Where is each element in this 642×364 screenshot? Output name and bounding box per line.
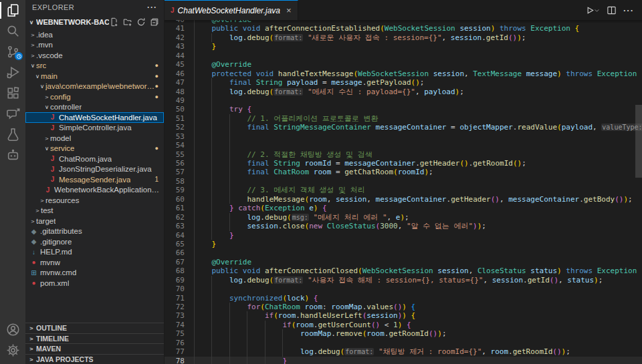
code-line-73[interactable]: 73if(room.handleUserLeft(session)) { (165, 311, 642, 320)
activity-accounts-icon[interactable] (0, 319, 25, 340)
panel-outline[interactable]: >OUTLINE (25, 323, 164, 333)
code-line-68[interactable]: 68public void afterConnectionClosed(WebS… (165, 266, 642, 275)
run-java-button[interactable] (584, 5, 600, 15)
code-line-66[interactable]: 66 (165, 248, 642, 257)
code-line-60[interactable]: 60handleMessage(room, session, messageCo… (165, 195, 642, 204)
code-line-44[interactable]: 44 (165, 51, 642, 60)
tree-item-simplecontroller-java[interactable]: JSimpleController.java (25, 123, 164, 134)
collapse-all-icon[interactable] (149, 17, 160, 27)
code-line-62[interactable]: 62log.debug(msg: "메세지 처리 에러 ", e); (165, 213, 642, 222)
tree-item-java-com-example-webnetwork-b[interactable]: ∨java\com\example\webnetwork_b...● (25, 81, 164, 92)
tree-item-chatwebsockethandler-java[interactable]: JChatWebSocketHandler.java (25, 112, 164, 123)
code-line-42[interactable]: 42log.debug(format: "새로운 사용자 접속 : sessio… (165, 33, 642, 42)
tree-item-messagesender-java[interactable]: JMessageSender.java1 (25, 174, 164, 185)
tree-item-model[interactable]: >model (25, 133, 164, 144)
tree-item-help-md[interactable]: ↓HELP.md (25, 247, 164, 258)
code-area[interactable]: 40@Override41public void afterConnection… (165, 20, 642, 364)
activity-run-debug-icon[interactable] (0, 62, 25, 83)
code-line-69[interactable]: 69log.debug(format: "사용자 접속 해제 : session… (165, 276, 642, 285)
code-line-41[interactable]: 41public void afterConnectionEstablished… (165, 24, 642, 33)
tree-item-gitattributes[interactable]: ◆.gitattributes (25, 226, 164, 237)
more-actions-icon[interactable]: ··· (147, 3, 157, 12)
code-line-63[interactable]: 63session.close(new CloseStatus(3000, "알… (165, 222, 642, 230)
tree-item-src[interactable]: ∨src● (25, 61, 164, 71)
code-line-58[interactable]: 58 (165, 177, 642, 186)
project-root-row[interactable]: ∨ WEBNETWORK-BACK (25, 15, 164, 29)
code-line-67[interactable]: 67@Override (165, 258, 642, 266)
tree-item-label: .gitattributes (40, 227, 82, 235)
code-line-76[interactable]: 76 (165, 339, 642, 347)
new-folder-icon[interactable] (122, 17, 133, 27)
code-line-78[interactable]: 78} (165, 357, 642, 364)
code-line-43[interactable]: 43} (165, 42, 642, 51)
more-actions-icon[interactable]: ··· (623, 5, 634, 15)
line-content: } (185, 42, 642, 51)
line-content: log.debug(format: "채팅방 제거 : roomId={}", … (185, 347, 642, 356)
panel-maven[interactable]: >MAVEN (25, 343, 164, 354)
tree-item-service[interactable]: ∨service● (25, 144, 164, 154)
close-icon[interactable]: × (286, 5, 292, 15)
tree-item-webnetworkbackapplication-java[interactable]: JWebnetworkBackApplication.java (25, 185, 164, 196)
tree-item-chatroom-java[interactable]: JChatRoom.java (25, 154, 164, 164)
code-line-55[interactable]: 55// 2. 적절한 채팅방 생성 및 검색 (165, 150, 642, 159)
code-line-53[interactable]: 53 (165, 132, 642, 141)
code-line-65[interactable]: 65} (165, 240, 642, 248)
code-line-51[interactable]: 51// 1. 어플리케이션 프로토콜로 변환 (165, 114, 642, 123)
tree-item-mvnw[interactable]: ●mvnw (25, 257, 164, 268)
line-content (185, 96, 642, 105)
code-line-70[interactable]: 70 (165, 285, 642, 293)
tree-item-resources[interactable]: >resources (25, 195, 164, 206)
tree-item-mvn[interactable]: >.mvn (25, 40, 164, 51)
activity-search-icon[interactable] (0, 21, 25, 41)
code-line-61[interactable]: 61} catch(Exception e) { (165, 204, 642, 212)
tree-item-test[interactable]: >test (25, 206, 164, 216)
tree-item-pom-xml[interactable]: ●pom.xml (25, 278, 164, 289)
tree-item-gitignore[interactable]: ◆.gitignore (25, 236, 164, 247)
git-modified-dot: ● (155, 83, 160, 89)
tree-item-vscode[interactable]: >.vscode (25, 50, 164, 61)
code-line-49[interactable]: 49 (165, 96, 642, 105)
code-line-47[interactable]: 47final String payload = message.getPayl… (165, 78, 642, 87)
code-line-46[interactable]: 46protected void handleTextMessage(WebSo… (165, 69, 642, 78)
tree-item-jsonstringdeserializer-java[interactable]: JJsonStringDeserializer.java (25, 164, 164, 175)
code-line-59[interactable]: 59// 3. 메세지 객체 생성 및 처리 (165, 186, 642, 194)
activity-extensions-icon[interactable] (0, 83, 25, 104)
code-line-56[interactable]: 56final String roomId = messageContainer… (165, 159, 642, 168)
activity-bar (0, 0, 25, 364)
panel-java-projects[interactable]: >JAVA PROJECTS (25, 354, 164, 364)
tree-item-main[interactable]: ∨main● (25, 71, 164, 81)
tree-item-target[interactable]: >target (25, 216, 164, 226)
code-line-64[interactable]: 64} (165, 231, 642, 240)
line-number: 52 (165, 123, 185, 132)
code-line-50[interactable]: 50try { (165, 105, 642, 114)
code-line-52[interactable]: 52final StringMessageContainer messageCo… (165, 123, 642, 132)
code-line-74[interactable]: 74if(room.getUserCount() < 1) { (165, 321, 642, 329)
refresh-icon[interactable] (136, 17, 146, 27)
activity-copilot-icon[interactable] (0, 145, 25, 166)
tree-item-mvnw-cmd[interactable]: ⊞mvnw.cmd (25, 268, 164, 279)
code-line-48[interactable]: 48log.debug(format: "메세지 수신 : payload={}… (165, 87, 642, 96)
tab-chatwebsockethandler[interactable]: J ChatWebSocketHandler.java × (165, 0, 298, 20)
code-line-54[interactable]: 54 (165, 141, 642, 150)
code-line-72[interactable]: 72for(ChatRoom room: roomMap.values()) { (165, 303, 642, 311)
activity-chat-icon[interactable] (0, 104, 25, 124)
split-editor-button[interactable] (607, 5, 617, 15)
tree-item-config[interactable]: >config● (25, 92, 164, 102)
line-content: final StringMessageContainer messageCont… (185, 123, 642, 132)
panel-timeline[interactable]: >TIMELINE (25, 333, 164, 344)
tree-item-controller[interactable]: ∨controller (25, 102, 164, 113)
new-file-icon[interactable] (109, 17, 120, 27)
code-line-57[interactable]: 57final ChatRoom room = getChatRoom(room… (165, 168, 642, 176)
activity-source-control-icon[interactable] (0, 41, 25, 62)
activity-explorer-icon[interactable] (0, 0, 25, 21)
editor-scrollbar[interactable] (635, 105, 642, 178)
activity-testing-icon[interactable] (0, 124, 25, 145)
code-line-45[interactable]: 45@Override (165, 60, 642, 69)
code-line-71[interactable]: 71synchronized(lock) { (165, 294, 642, 303)
tree-item-idea[interactable]: >.idea (25, 29, 164, 40)
line-number: 63 (165, 222, 185, 230)
code-line-75[interactable]: 75roomMap.remove(room.getRoomId()); (165, 329, 642, 338)
code-line-77[interactable]: 77log.debug(format: "채팅방 제거 : roomId={}"… (165, 347, 642, 356)
activity-settings-icon[interactable] (0, 340, 25, 361)
tree-item-label: src (36, 61, 46, 69)
